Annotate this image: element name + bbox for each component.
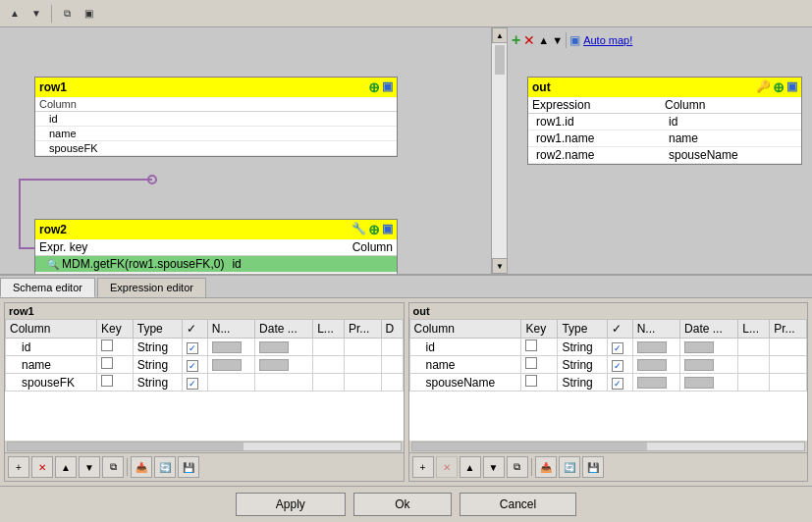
out-check-name[interactable]: [612, 360, 623, 372]
r1-n-field-name[interactable]: [212, 359, 242, 371]
out-check-spouse[interactable]: [612, 378, 623, 390]
out-date-field-spouse[interactable]: [684, 377, 714, 389]
out-copy-btn[interactable]: ⧉: [507, 456, 528, 478]
r1-copy-btn[interactable]: ⧉: [102, 456, 124, 478]
out-col-header-l: L...: [738, 320, 770, 339]
r1-add-btn[interactable]: +: [8, 456, 29, 478]
out-col1-label: Expression: [532, 98, 665, 112]
schema-row1-table: Column Key Type ✓ N... Date ... L... Pr.…: [5, 319, 404, 392]
out-save-btn[interactable]: 💾: [582, 456, 604, 478]
r1-save-btn[interactable]: 💾: [178, 456, 199, 478]
out-l-spouse: [738, 374, 770, 392]
out-key-check-name[interactable]: [525, 357, 537, 369]
r1-n-spouse: [207, 374, 254, 392]
r1-pr-id: [344, 339, 381, 356]
out-layout-icon[interactable]: ▣: [786, 79, 797, 95]
out-key-check-id[interactable]: [525, 339, 537, 351]
r1-check-id[interactable]: [187, 342, 198, 354]
right-automap-btn[interactable]: Auto map!: [583, 34, 632, 46]
scroll-down-btn[interactable]: ▼: [492, 258, 508, 274]
out-n-field-spouse[interactable]: [637, 377, 667, 389]
v-scrollbar[interactable]: ▲ ▼: [491, 27, 507, 274]
out-add-icon[interactable]: ⊕: [773, 79, 785, 95]
row2-col2-label: Column: [352, 240, 393, 254]
out-delete-btn[interactable]: ✕: [436, 456, 458, 478]
col-header-l: L...: [313, 320, 345, 339]
out-key-spouse: [521, 374, 558, 392]
r1-name-name: name: [6, 356, 97, 374]
col-header-d: D: [381, 320, 403, 339]
r1-h-scrollbar[interactable]: [7, 442, 402, 451]
tab-schema[interactable]: Schema editor: [0, 278, 95, 297]
row2-expr-row-1: 🔍 MDM.getFK(row1.spouseFK,0) id: [35, 256, 397, 273]
r1-btn-sep: [127, 458, 128, 476]
out-row-2: row1.name name: [528, 130, 801, 147]
out-key-icon[interactable]: 🔑: [756, 79, 771, 95]
out-l-id: [738, 339, 770, 356]
out-down-btn[interactable]: ▼: [483, 456, 505, 478]
r1-h-scrollthumb: [8, 443, 244, 450]
out-refresh-btn[interactable]: 🔄: [559, 456, 580, 478]
row2-layout-icon[interactable]: ▣: [382, 222, 393, 237]
row2-add-icon[interactable]: ⊕: [368, 222, 380, 237]
out-pr-name: [770, 356, 807, 374]
row2-expr-text-1: MDM.getFK(row1.spouseFK,0): [62, 257, 224, 271]
r1-key-check-name[interactable]: [101, 357, 113, 369]
r1-date-field-id[interactable]: [259, 341, 289, 353]
r1-import-btn[interactable]: 📥: [131, 456, 152, 478]
out-check-id[interactable]: [612, 342, 623, 354]
svg-point-0: [148, 176, 156, 183]
r1-delete-btn[interactable]: ✕: [31, 456, 53, 478]
r1-key-check-id[interactable]: [101, 339, 113, 351]
right-delete-icon[interactable]: ✕: [523, 32, 535, 48]
row2-wrench-icon[interactable]: 🔧: [352, 222, 366, 237]
out-n-field-name[interactable]: [637, 359, 667, 371]
out-row-1: row1.id id: [528, 114, 801, 130]
row1-add-icon[interactable]: ⊕: [368, 79, 380, 95]
right-layout-icon[interactable]: ▣: [569, 33, 580, 47]
r1-type-spouse: String: [133, 374, 182, 392]
r1-check-spouse[interactable]: [187, 378, 198, 390]
layout-btn[interactable]: ▣: [80, 5, 97, 23]
r1-refresh-btn[interactable]: 🔄: [154, 456, 176, 478]
out-nullable-id: [607, 339, 632, 356]
right-up-icon[interactable]: ▲: [538, 34, 549, 46]
out-date-field-name[interactable]: [684, 359, 714, 371]
apply-button[interactable]: Apply: [236, 493, 346, 516]
r1-date-id: [255, 339, 313, 356]
ok-button[interactable]: Ok: [353, 493, 452, 516]
out-col-header-check: ✓: [607, 320, 632, 339]
out-import-btn[interactable]: 📥: [535, 456, 557, 478]
r1-up-btn[interactable]: ▲: [55, 456, 77, 478]
r1-l-id: [313, 339, 345, 356]
up-btn[interactable]: ▲: [6, 5, 24, 23]
out-n-field-id[interactable]: [637, 341, 667, 353]
out-date-field-id[interactable]: [684, 341, 714, 353]
right-diagram-toolbar: + ✕ ▲ ▼ ▣ Auto map!: [512, 31, 632, 49]
out-type-name: String: [558, 356, 607, 374]
out-name-name: name: [409, 356, 521, 374]
out-add-btn[interactable]: +: [412, 456, 434, 478]
copy-btn[interactable]: ⧉: [58, 5, 76, 23]
out-key-check-spouse[interactable]: [525, 375, 537, 387]
out-h-scrollbar[interactable]: [411, 442, 806, 451]
out-col-header-column: Column: [409, 320, 521, 339]
out-l-name: [738, 356, 770, 374]
cancel-button[interactable]: Cancel: [460, 493, 576, 516]
row2-search-icon: 🔍: [47, 259, 59, 270]
r1-n-field-id[interactable]: [212, 341, 242, 353]
scroll-up-btn[interactable]: ▲: [492, 27, 508, 43]
out-up-btn[interactable]: ▲: [460, 456, 481, 478]
down-btn[interactable]: ▼: [27, 5, 45, 23]
r1-date-field-name[interactable]: [259, 359, 289, 371]
schema-out-table-wrap: Column Key Type ✓ N... Date ... L... Pr.…: [409, 319, 808, 441]
r1-down-btn[interactable]: ▼: [79, 456, 100, 478]
r1-check-name[interactable]: [187, 360, 198, 372]
right-down-icon[interactable]: ▼: [552, 34, 563, 46]
row1-id-row: id: [35, 112, 397, 127]
out-col-header-date: Date ...: [680, 320, 738, 339]
r1-key-check-spouse[interactable]: [101, 375, 113, 387]
right-add-icon[interactable]: +: [512, 31, 520, 49]
row1-layout-icon[interactable]: ▣: [382, 79, 393, 95]
tab-expression[interactable]: Expression editor: [97, 278, 206, 297]
